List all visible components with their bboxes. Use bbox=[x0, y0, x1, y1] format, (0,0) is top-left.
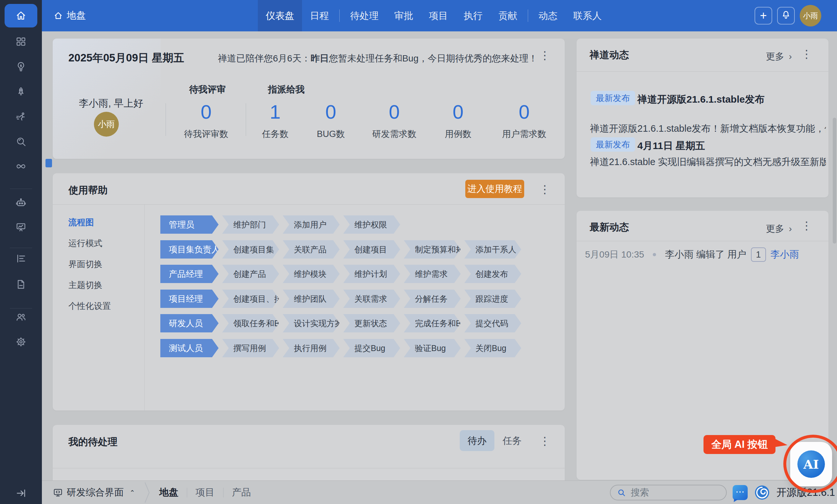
sidebar-divider bbox=[10, 248, 32, 248]
feedback-chat-button[interactable]: ⋯ bbox=[733, 485, 748, 500]
chevron-right-icon: › bbox=[789, 224, 792, 234]
breadcrumb-space[interactable]: 地盘 bbox=[159, 486, 178, 499]
pending-card-menu[interactable]: ⋮ bbox=[539, 435, 550, 447]
help-card-menu[interactable]: ⋮ bbox=[539, 184, 550, 195]
bottom-bar: 研发综合界面 ⌃ 地盘 项目 产品 ⋯ 开源版21.6.1 bbox=[42, 481, 837, 504]
ai-robot-icon[interactable] bbox=[15, 197, 26, 208]
help-menu: 流程图 运行模式 界面切换 主题切换 个性化设置 bbox=[53, 204, 145, 411]
stat-divider bbox=[165, 103, 166, 136]
breadcrumb-project[interactable]: 项目 bbox=[196, 486, 215, 499]
tab-calendar[interactable]: 日程 bbox=[302, 0, 337, 31]
help-card-title: 使用帮助 bbox=[68, 184, 108, 197]
more-label: 更多 bbox=[766, 51, 784, 61]
step-chip: 维护权限 bbox=[343, 216, 400, 234]
stat-cases[interactable]: 0 用例数 bbox=[425, 101, 491, 140]
menu-theme-switch[interactable]: 主题切换 bbox=[68, 279, 102, 291]
stat-bugs[interactable]: 0 BUG数 bbox=[298, 101, 363, 140]
dashboard-grid-icon[interactable] bbox=[15, 36, 26, 48]
navbar-actions: + 小雨 bbox=[754, 0, 821, 31]
create-button[interactable]: + bbox=[754, 7, 772, 24]
pending-card-title: 我的待处理 bbox=[68, 435, 118, 449]
stat-label: 用例数 bbox=[425, 128, 491, 140]
stat-user-stories[interactable]: 0 用户需求数 bbox=[492, 101, 557, 140]
user-greeting: 李小雨, 早上好 bbox=[79, 97, 143, 110]
tab-dashboard[interactable]: 仪表盘 bbox=[258, 0, 302, 31]
flow-row-program-lead: 项目集负责人 创建项目集 关联产品 创建项目 制定预算和规划 添加干系人 bbox=[160, 240, 521, 259]
news-badge: 最新发布 bbox=[591, 91, 635, 105]
tab-execution[interactable]: 执行 bbox=[456, 0, 491, 31]
tab-task[interactable]: 任务 bbox=[503, 430, 521, 451]
latest-more-link[interactable]: 更多› bbox=[766, 223, 792, 235]
welcome-message: 禅道已陪伴您6月6天：昨日您暂未处理任务和Bug，今日期待优秀的您来处理！ bbox=[218, 52, 538, 65]
news-more-link[interactable]: 更多› bbox=[766, 50, 792, 63]
document-icon[interactable] bbox=[15, 279, 26, 290]
news-item-desc[interactable]: 禅道21.6.stable 实现旧编辑器撰写的文档无感升级至新版编辑器 bbox=[590, 155, 826, 169]
welcome-card-menu[interactable]: ⋮ bbox=[539, 50, 550, 61]
welcome-message-prefix: 禅道已陪伴您6月6天： bbox=[218, 53, 310, 63]
latest-card-menu[interactable]: ⋮ bbox=[801, 220, 812, 231]
flow-row-admin: 管理员 维护部门 添加用户 维护权限 bbox=[160, 216, 400, 234]
tab-approval[interactable]: 审批 bbox=[387, 0, 421, 31]
tab-project[interactable]: 项目 bbox=[421, 0, 456, 31]
news-item-desc[interactable]: 禅道开源版21.6.1.stable发布！新增文档版本恢复功能，修复 bbox=[590, 122, 826, 135]
annotation-tooltip: 全局 AI 按钮 bbox=[704, 435, 776, 454]
user-avatar[interactable]: 小雨 bbox=[800, 5, 821, 26]
menu-personalization[interactable]: 个性化设置 bbox=[68, 300, 111, 312]
home-button[interactable] bbox=[4, 4, 37, 27]
more-label: 更多 bbox=[766, 224, 784, 234]
tab-pending[interactable]: 待处理 bbox=[342, 0, 387, 31]
bi-board-icon[interactable] bbox=[15, 222, 26, 233]
stat-dev-stories[interactable]: 0 研发需求数 bbox=[361, 101, 427, 140]
tab-contacts[interactable]: 联系人 bbox=[566, 0, 610, 31]
news-item-title[interactable]: 4月11日 星期五 bbox=[637, 139, 705, 153]
breadcrumb-separator-icon bbox=[144, 482, 150, 503]
notifications-button[interactable] bbox=[777, 7, 795, 24]
role-chip: 管理员 bbox=[160, 216, 218, 234]
app-sidebar bbox=[0, 0, 42, 504]
tutorial-button[interactable]: 进入使用教程 bbox=[465, 180, 524, 198]
step-chip: 执行用例 bbox=[283, 339, 340, 357]
tab-contribution[interactable]: 贡献 bbox=[491, 0, 525, 31]
role-chip: 项目经理 bbox=[160, 290, 218, 308]
settings-gear-icon[interactable] bbox=[15, 336, 26, 348]
breadcrumb-divider bbox=[223, 488, 224, 498]
product-lightbulb-icon[interactable] bbox=[15, 61, 26, 72]
tab-todo[interactable]: 待办 bbox=[460, 430, 494, 451]
object-link[interactable]: 李小雨 bbox=[770, 248, 799, 261]
latest-activity-card: 最新动态 更多› ⋮ 5月09日 10:35 李小雨 编辑了 用户 1 李小雨 bbox=[576, 211, 829, 480]
space-switcher[interactable]: 地盘 bbox=[54, 0, 86, 31]
qa-magnifier-icon[interactable] bbox=[15, 136, 26, 147]
timeline-dot-icon bbox=[653, 253, 656, 256]
execution-runner-icon[interactable] bbox=[15, 111, 26, 123]
scrollbar-thumb[interactable] bbox=[833, 118, 836, 243]
menu-flowchart[interactable]: 流程图 bbox=[68, 217, 94, 228]
step-chip: 创建发布 bbox=[464, 265, 521, 283]
step-chip: 维护模块 bbox=[283, 265, 340, 283]
breadcrumb-product[interactable]: 产品 bbox=[232, 486, 251, 499]
news-badge: 最新发布 bbox=[591, 137, 635, 152]
tab-dynamics[interactable]: 动态 bbox=[531, 0, 566, 31]
sidebar-divider bbox=[10, 189, 32, 189]
activity-time: 5月09日 10:35 bbox=[585, 248, 644, 261]
stat-label: BUG数 bbox=[298, 128, 363, 140]
news-card-menu[interactable]: ⋮ bbox=[801, 49, 812, 59]
admin-users-icon[interactable] bbox=[15, 312, 26, 323]
collapse-sidebar-button[interactable] bbox=[15, 488, 26, 499]
menu-run-mode[interactable]: 运行模式 bbox=[68, 238, 102, 249]
step-chip: 创建项目 bbox=[343, 240, 400, 259]
project-rocket-icon[interactable] bbox=[15, 86, 26, 97]
latest-card-title: 最新动态 bbox=[590, 221, 629, 234]
stat-review[interactable]: 0 待我评审数 bbox=[174, 101, 239, 140]
devops-infinity-icon[interactable] bbox=[15, 161, 26, 172]
search-input[interactable] bbox=[630, 487, 713, 498]
step-chip: 添加用户 bbox=[283, 216, 340, 234]
repo-list-icon[interactable] bbox=[15, 253, 26, 264]
search-box[interactable] bbox=[610, 485, 727, 500]
step-chip: 制定预算和规划 bbox=[404, 240, 461, 259]
menu-ui-switch[interactable]: 界面切换 bbox=[68, 259, 102, 270]
step-chip: 创建项目、排期 bbox=[222, 290, 279, 308]
object-id-badge: 1 bbox=[751, 247, 766, 262]
step-chip: 提交Bug bbox=[343, 339, 400, 357]
news-item-title[interactable]: 禅道开源版21.6.1.stable发布 bbox=[637, 93, 764, 106]
app-switcher[interactable]: 研发综合界面 ⌃ bbox=[53, 486, 135, 499]
